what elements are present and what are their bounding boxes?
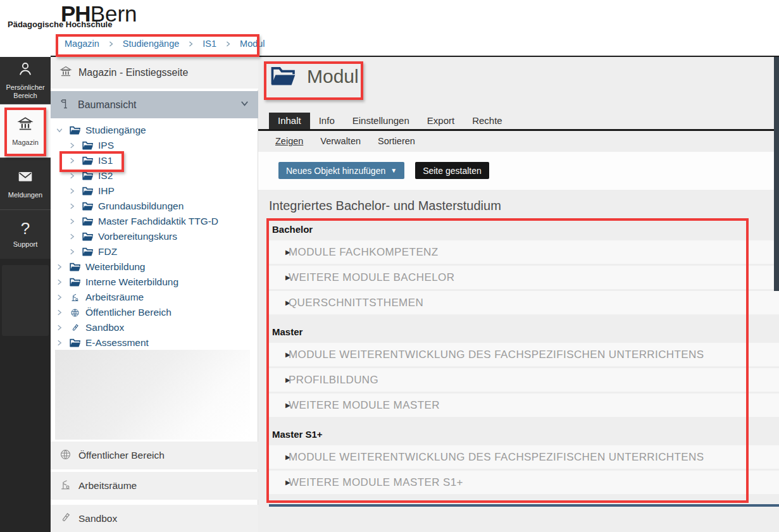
- tab-info[interactable]: Info: [310, 113, 344, 129]
- caret-down-icon: ▼: [390, 167, 397, 174]
- breadcrumb-item-modul[interactable]: Modul: [240, 39, 265, 49]
- panel-section-arbeitsraeume[interactable]: Arbeitsräume: [51, 472, 258, 500]
- tree-item-ihp[interactable]: IHP: [51, 183, 258, 199]
- magazin-entry-label: Magazin - Einstiegsseite: [78, 67, 188, 78]
- accordion-row-profilbildung[interactable]: ▶PROFILBILDUNG: [269, 368, 779, 392]
- subtab-verwalten[interactable]: Verwalten: [320, 136, 361, 146]
- panel-section-label: Öffentlicher Bereich: [78, 450, 165, 461]
- accordion-row-module-weiterentwicklung-des-fachspezifi[interactable]: ▶MODULE WEITERENTWICKLUNG DES FACHSPEZIF…: [269, 343, 779, 366]
- panel-section-sandbox[interactable]: Sandbox: [51, 505, 258, 532]
- sidebar-item-meldungen[interactable]: Meldungen: [0, 158, 51, 209]
- tree-view-header[interactable]: Baumansicht: [51, 91, 258, 118]
- tree-item-grundausbildungen[interactable]: Grundausbildungen: [51, 199, 258, 214]
- tree-item-label: Interne Weiterbildung: [85, 276, 178, 288]
- workspace-icon: [70, 292, 81, 302]
- person-icon: [17, 61, 34, 80]
- globe-icon: [59, 448, 72, 463]
- panel-section-oeffentlicher-bereich[interactable]: Öffentlicher Bereich: [51, 442, 258, 469]
- chevron-right-icon[interactable]: [56, 294, 66, 301]
- repository-panel: Magazin - Einstiegsseite Baumansicht Stu…: [51, 57, 258, 532]
- bank-icon: [59, 65, 72, 80]
- subtab-zeigen[interactable]: Zeigen: [275, 136, 303, 146]
- folder-icon: [82, 232, 94, 242]
- tree-item-is1[interactable]: IS1: [51, 153, 258, 168]
- tab-bar: InhaltInfoEinstellungenExportRechte: [269, 113, 511, 129]
- repository-tree: StudiengängeIPSIS1IS2IHPGrundausbildunge…: [51, 123, 258, 350]
- breadcrumb-item-is1[interactable]: IS1: [203, 39, 216, 49]
- breadcrumb-separator-icon: [108, 40, 115, 47]
- design-page-button[interactable]: Seite gestalten: [415, 162, 489, 179]
- chevron-down-icon[interactable]: [240, 99, 249, 111]
- tree-item-ips[interactable]: IPS: [51, 138, 258, 153]
- panel-section-label: Sandbox: [78, 513, 117, 524]
- tree-background-gradient: [55, 350, 250, 440]
- chevron-right-icon[interactable]: [56, 324, 66, 331]
- chevron-down-icon[interactable]: [56, 127, 66, 134]
- tree-item-interne-weiterbildung[interactable]: Interne Weiterbildung: [51, 275, 258, 290]
- tree-item-label: IS2: [98, 170, 113, 182]
- chevron-right-icon[interactable]: [68, 233, 78, 240]
- tab-einstellungen[interactable]: Einstellungen: [344, 113, 418, 129]
- accordion-row-weitere-module-master[interactable]: ▶WEITERE MODULE MASTER: [269, 393, 779, 417]
- chevron-right-icon[interactable]: [56, 339, 66, 347]
- breadcrumb-item-studiengänge[interactable]: Studiengänge: [123, 39, 180, 49]
- panel-section-label: Arbeitsräume: [78, 480, 137, 492]
- sidebar-item-label: Magazin: [11, 139, 40, 147]
- sidebar-item-support[interactable]: ?Support: [0, 209, 51, 259]
- tree-item-is2[interactable]: IS2: [51, 168, 258, 183]
- breadcrumb-item-magazin[interactable]: Magazin: [65, 39, 99, 49]
- tab-underline: [258, 129, 779, 131]
- chevron-right-icon[interactable]: [68, 157, 78, 164]
- tree-item-vorbereitungskurs[interactable]: Vorbereitungskurs: [51, 229, 258, 244]
- tree-item-label: IS1: [98, 155, 113, 166]
- sidebar-item-label: Meldungen: [7, 191, 44, 199]
- accordion-row-module-fachkompetenz[interactable]: ▶MODULE FACHKOMPETENZ: [269, 240, 779, 264]
- sidebar-item-magazin[interactable]: Magazin: [0, 104, 51, 158]
- subtab-bar: ZeigenVerwaltenSortieren: [275, 136, 415, 146]
- tree-item-weiterbildung[interactable]: Weiterbildung: [51, 259, 258, 275]
- accordion-row-module-weiterentwicklung-des-fachspezifi[interactable]: ▶MODULE WEITERENTWICKLUNG DES FACHSPEZIF…: [269, 445, 779, 469]
- triangle-right-icon: ▶: [269, 274, 289, 281]
- sidebar-item-label: Persönlicher Bereich: [0, 84, 51, 100]
- tree-item-sandbox[interactable]: Sandbox: [51, 320, 258, 335]
- folder-icon: [82, 156, 94, 166]
- chevron-right-icon[interactable]: [56, 263, 66, 271]
- tab-inhalt[interactable]: Inhalt: [269, 113, 310, 129]
- accordion-row-weitere-module-master-s1-[interactable]: ▶WEITERE MODULE MASTER S1+: [269, 471, 779, 494]
- globe-icon: [70, 307, 81, 318]
- chevron-right-icon[interactable]: [68, 187, 78, 195]
- folder-icon: [82, 186, 94, 196]
- add-object-button[interactable]: Neues Objekt hinzufügen ▼: [278, 162, 404, 179]
- content-heading: Integriertes Bachelor- und Masterstudium: [269, 199, 501, 213]
- magazin-entry-link[interactable]: Magazin - Einstiegsseite: [51, 57, 258, 90]
- page-title: Modul: [307, 66, 359, 87]
- accordion-row-label: MODULE FACHKOMPETENZ: [289, 246, 439, 259]
- chevron-right-icon[interactable]: [68, 142, 78, 149]
- accordion-row-label: MODULE WEITERENTWICKLUNG DES FACHSPEZIFI…: [289, 451, 704, 464]
- sidebar-item-pers-nlicher-bereich[interactable]: Persönlicher Bereich: [0, 57, 51, 104]
- accordion-row-weitere-module-bachelor[interactable]: ▶WEITERE MODULE BACHELOR: [269, 266, 779, 289]
- subtab-sortieren[interactable]: Sortieren: [378, 136, 415, 146]
- chevron-right-icon[interactable]: [68, 248, 78, 256]
- chevron-right-icon[interactable]: [68, 218, 78, 225]
- tree-item-label: Vorbereitungskurs: [98, 231, 177, 242]
- testtube-icon: [59, 512, 72, 526]
- tree-item-e-assessment[interactable]: E-Assessment: [51, 335, 258, 350]
- scrollbar-thumb[interactable]: [774, 57, 779, 291]
- triangle-right-icon: ▶: [269, 402, 289, 409]
- tree-item-label: IHP: [98, 185, 115, 197]
- chevron-right-icon[interactable]: [68, 202, 78, 210]
- tree-item-studieng-nge[interactable]: Studiengänge: [51, 123, 258, 138]
- tab-rechte[interactable]: Rechte: [463, 113, 511, 129]
- accordion-row-querschnittsthemen[interactable]: ▶QUERSCHNITTSTHEMEN: [269, 291, 779, 314]
- chevron-right-icon[interactable]: [56, 278, 66, 286]
- tree-item-fdz[interactable]: FDZ: [51, 244, 258, 259]
- tab-export[interactable]: Export: [418, 113, 463, 129]
- tree-item-arbeitsr-ume[interactable]: Arbeitsräume: [51, 290, 258, 305]
- triangle-right-icon: ▶: [269, 351, 289, 358]
- sidebar-item-label: Support: [12, 240, 39, 249]
- tree-item-master-fachdidaktik-ttg-d[interactable]: Master Fachdidaktik TTG-D: [51, 214, 258, 229]
- chevron-right-icon[interactable]: [68, 172, 78, 180]
- tree-item--ffentlicher-bereich[interactable]: Öffentlicher Bereich: [51, 305, 258, 320]
- chevron-right-icon[interactable]: [56, 309, 66, 316]
